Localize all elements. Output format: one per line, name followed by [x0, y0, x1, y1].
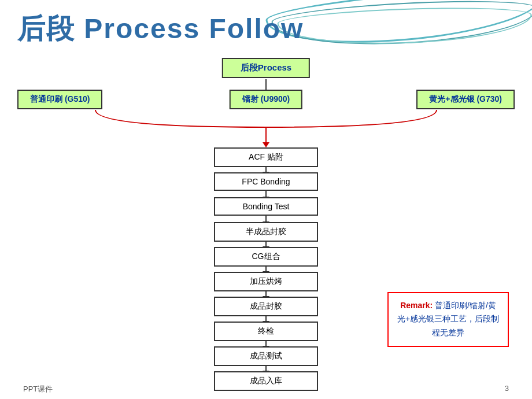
- top-node: 后段Process: [222, 58, 310, 78]
- branch-right: 黄光+感光银 (G730): [416, 90, 515, 109]
- svg-marker-2: [263, 142, 269, 147]
- process-step-4: 半成品封胶: [214, 222, 318, 242]
- remark-label: Remark:: [400, 301, 433, 310]
- branch-center: 镭射 (U9900): [230, 90, 302, 109]
- flow-container: 后段Process 普通印刷 (G510) 镭射 (U9900) 黄光+感光银 …: [0, 52, 532, 382]
- process-step-7: 成品封胶: [214, 297, 318, 316]
- process-step-6: 加压烘烤: [214, 272, 318, 291]
- remark-box: Remark: 普通印刷/镭射/黄光+感光银三种工艺，后段制程无差异: [387, 292, 509, 347]
- process-step-3: Bonding Test: [214, 197, 318, 216]
- branch-left: 普通印刷 (G510): [17, 90, 102, 109]
- process-step-1: ACF 贴附: [214, 147, 318, 167]
- footer-left: PPT课件: [23, 384, 53, 394]
- process-step-9: 成品测试: [214, 346, 318, 366]
- page-title: 后段 Process Follow: [17, 10, 304, 47]
- process-step-2: FPC Bonding: [214, 172, 318, 191]
- footer-right: 3: [505, 384, 509, 394]
- process-step-5: CG组合: [214, 247, 318, 267]
- footer: PPT课件 3: [0, 384, 532, 394]
- process-step-8: 终检: [214, 322, 318, 341]
